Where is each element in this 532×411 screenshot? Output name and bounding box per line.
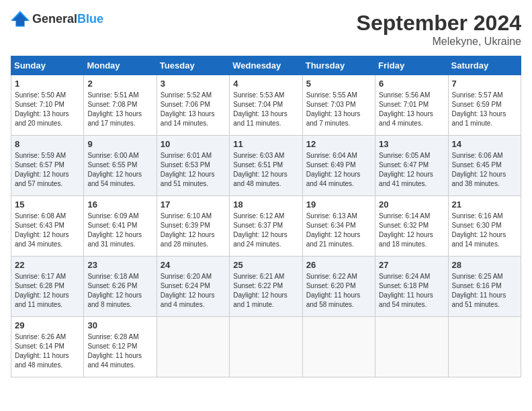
day-cell: 3Sunrise: 5:52 AMSunset: 7:06 PMDaylight… (157, 75, 229, 136)
day-number: 20 (379, 199, 444, 211)
day-cell: 6Sunrise: 5:56 AMSunset: 7:01 PMDaylight… (375, 75, 448, 136)
day-number: 26 (306, 259, 371, 271)
day-info: Sunrise: 6:25 AMSunset: 6:16 PMDaylight:… (452, 272, 517, 310)
week-row-4: 22Sunrise: 6:17 AMSunset: 6:28 PMDayligh… (11, 257, 521, 317)
day-info: Sunrise: 6:04 AMSunset: 6:49 PMDaylight:… (306, 151, 371, 189)
day-info: Sunrise: 6:01 AMSunset: 6:53 PMDaylight:… (161, 151, 226, 189)
day-number: 15 (15, 199, 80, 211)
day-info: Sunrise: 6:20 AMSunset: 6:24 PMDaylight:… (161, 272, 226, 310)
day-number: 11 (233, 138, 298, 150)
day-info: Sunrise: 5:50 AMSunset: 7:10 PMDaylight:… (15, 91, 80, 128)
day-cell: 19Sunrise: 6:13 AMSunset: 6:34 PMDayligh… (302, 196, 375, 257)
day-cell: 14Sunrise: 6:06 AMSunset: 6:45 PMDayligh… (448, 136, 521, 196)
day-number: 21 (452, 199, 517, 211)
day-cell: 9Sunrise: 6:00 AMSunset: 6:55 PMDaylight… (84, 136, 157, 196)
day-info: Sunrise: 6:21 AMSunset: 6:22 PMDaylight:… (233, 272, 298, 310)
day-number: 27 (379, 259, 444, 271)
day-cell: 20Sunrise: 6:14 AMSunset: 6:32 PMDayligh… (375, 196, 448, 257)
day-number: 10 (161, 138, 226, 150)
day-cell: 1Sunrise: 5:50 AMSunset: 7:10 PMDaylight… (11, 75, 84, 136)
location-title: Melekyne, Ukraine (357, 36, 521, 48)
day-info: Sunrise: 6:03 AMSunset: 6:51 PMDaylight:… (233, 151, 298, 189)
day-number: 5 (306, 78, 371, 90)
day-info: Sunrise: 6:17 AMSunset: 6:28 PMDaylight:… (15, 272, 80, 310)
day-info: Sunrise: 5:56 AMSunset: 7:01 PMDaylight:… (379, 91, 444, 128)
day-info: Sunrise: 5:59 AMSunset: 6:57 PMDaylight:… (15, 151, 80, 189)
day-number: 25 (233, 259, 298, 271)
day-info: Sunrise: 6:00 AMSunset: 6:55 PMDaylight:… (87, 151, 152, 189)
day-info: Sunrise: 6:09 AMSunset: 6:41 PMDaylight:… (87, 212, 152, 249)
day-info: Sunrise: 6:13 AMSunset: 6:34 PMDaylight:… (306, 212, 371, 249)
day-cell: 23Sunrise: 6:18 AMSunset: 6:26 PMDayligh… (84, 257, 157, 317)
day-number: 8 (15, 138, 80, 150)
day-cell: 8Sunrise: 5:59 AMSunset: 6:57 PMDaylight… (11, 136, 84, 196)
week-row-2: 8Sunrise: 5:59 AMSunset: 6:57 PMDaylight… (11, 136, 521, 196)
day-cell: 26Sunrise: 6:22 AMSunset: 6:20 PMDayligh… (302, 257, 375, 317)
day-number: 18 (233, 199, 298, 211)
day-cell: 28Sunrise: 6:25 AMSunset: 6:16 PMDayligh… (448, 257, 521, 317)
day-cell: 16Sunrise: 6:09 AMSunset: 6:41 PMDayligh… (84, 196, 157, 257)
day-cell: 17Sunrise: 6:10 AMSunset: 6:39 PMDayligh… (157, 196, 229, 257)
day-cell: 22Sunrise: 6:17 AMSunset: 6:28 PMDayligh… (11, 257, 84, 317)
day-info: Sunrise: 5:55 AMSunset: 7:03 PMDaylight:… (306, 91, 371, 128)
logo-blue: Blue (77, 12, 103, 26)
day-info: Sunrise: 6:16 AMSunset: 6:30 PMDaylight:… (452, 212, 517, 249)
svg-marker-1 (12, 13, 28, 26)
day-cell: 25Sunrise: 6:21 AMSunset: 6:22 PMDayligh… (230, 257, 302, 317)
calendar-table: SundayMondayTuesdayWednesdayThursdayFrid… (11, 56, 521, 377)
day-info: Sunrise: 6:08 AMSunset: 6:43 PMDaylight:… (15, 212, 80, 249)
weekday-saturday: Saturday (448, 56, 521, 75)
day-number: 24 (161, 259, 226, 271)
day-info: Sunrise: 6:18 AMSunset: 6:26 PMDaylight:… (87, 272, 152, 310)
day-number: 13 (379, 138, 444, 150)
day-number: 6 (379, 78, 444, 90)
day-info: Sunrise: 6:14 AMSunset: 6:32 PMDaylight:… (379, 212, 444, 249)
day-cell (230, 317, 302, 377)
day-cell: 12Sunrise: 6:04 AMSunset: 6:49 PMDayligh… (302, 136, 375, 196)
day-number: 23 (87, 259, 152, 271)
day-info: Sunrise: 6:10 AMSunset: 6:39 PMDaylight:… (161, 212, 226, 249)
day-cell: 11Sunrise: 6:03 AMSunset: 6:51 PMDayligh… (230, 136, 302, 196)
day-cell: 10Sunrise: 6:01 AMSunset: 6:53 PMDayligh… (157, 136, 229, 196)
day-cell: 7Sunrise: 5:57 AMSunset: 6:59 PMDaylight… (448, 75, 521, 136)
day-number: 19 (306, 199, 371, 211)
day-cell: 30Sunrise: 6:28 AMSunset: 6:12 PMDayligh… (84, 317, 157, 377)
day-number: 29 (15, 320, 80, 332)
weekday-wednesday: Wednesday (230, 56, 302, 75)
day-cell: 4Sunrise: 5:53 AMSunset: 7:04 PMDaylight… (230, 75, 302, 136)
week-row-3: 15Sunrise: 6:08 AMSunset: 6:43 PMDayligh… (11, 196, 521, 257)
day-number: 1 (15, 78, 80, 90)
logo-general: General (32, 12, 77, 26)
day-cell (375, 317, 448, 377)
day-info: Sunrise: 6:22 AMSunset: 6:20 PMDaylight:… (306, 272, 371, 310)
day-cell: 29Sunrise: 6:26 AMSunset: 6:14 PMDayligh… (11, 317, 84, 377)
day-info: Sunrise: 6:26 AMSunset: 6:14 PMDaylight:… (15, 332, 80, 370)
day-info: Sunrise: 5:53 AMSunset: 7:04 PMDaylight:… (233, 91, 298, 128)
day-info: Sunrise: 5:51 AMSunset: 7:08 PMDaylight:… (87, 91, 152, 128)
day-info: Sunrise: 6:06 AMSunset: 6:45 PMDaylight:… (452, 151, 517, 189)
day-cell: 15Sunrise: 6:08 AMSunset: 6:43 PMDayligh… (11, 196, 84, 257)
day-info: Sunrise: 6:24 AMSunset: 6:18 PMDaylight:… (379, 272, 444, 310)
title-block: September 2024 Melekyne, Ukraine (357, 11, 521, 48)
day-info: Sunrise: 6:05 AMSunset: 6:47 PMDaylight:… (379, 151, 444, 189)
day-cell (448, 317, 521, 377)
day-cell: 21Sunrise: 6:16 AMSunset: 6:30 PMDayligh… (448, 196, 521, 257)
day-cell: 24Sunrise: 6:20 AMSunset: 6:24 PMDayligh… (157, 257, 229, 317)
day-number: 28 (452, 259, 517, 271)
day-number: 9 (87, 138, 152, 150)
day-number: 7 (452, 78, 517, 90)
day-cell (157, 317, 229, 377)
day-number: 30 (87, 320, 152, 332)
logo: GeneralBlue (11, 11, 103, 27)
week-row-1: 1Sunrise: 5:50 AMSunset: 7:10 PMDaylight… (11, 75, 521, 136)
day-cell: 5Sunrise: 5:55 AMSunset: 7:03 PMDaylight… (302, 75, 375, 136)
weekday-tuesday: Tuesday (157, 56, 229, 75)
day-info: Sunrise: 6:12 AMSunset: 6:37 PMDaylight:… (233, 212, 298, 249)
day-info: Sunrise: 5:52 AMSunset: 7:06 PMDaylight:… (161, 91, 226, 128)
weekday-header-row: SundayMondayTuesdayWednesdayThursdayFrid… (11, 56, 521, 75)
day-number: 3 (161, 78, 226, 90)
day-number: 12 (306, 138, 371, 150)
weekday-thursday: Thursday (302, 56, 375, 75)
weekday-sunday: Sunday (11, 56, 84, 75)
day-cell: 27Sunrise: 6:24 AMSunset: 6:18 PMDayligh… (375, 257, 448, 317)
